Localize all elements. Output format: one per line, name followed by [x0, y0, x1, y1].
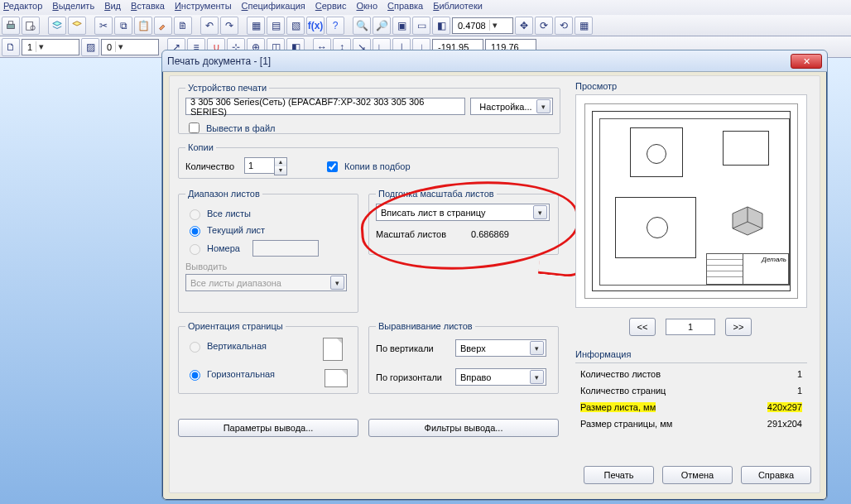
output-to-file-input[interactable] [189, 122, 200, 133]
preview-icon[interactable] [22, 17, 40, 35]
menu-editor[interactable]: Редактор [3, 1, 42, 14]
range-numbers-radio[interactable]: Номера [185, 240, 351, 257]
menu-service[interactable]: Сервис [315, 1, 347, 14]
qty-input[interactable] [244, 157, 274, 174]
grid-icon[interactable]: ▦ [575, 17, 593, 35]
move-icon[interactable]: ✥ [515, 17, 533, 35]
fit-select[interactable]: Вписать лист в страницу ▾ [376, 204, 550, 221]
menu-help[interactable]: Справка [387, 1, 423, 14]
collate-checkbox[interactable]: Копии в подбор [324, 159, 411, 175]
help-icon[interactable]: ? [326, 17, 344, 35]
fit-value: Вписать лист в страницу [381, 208, 533, 218]
info-v2: 420x297 [767, 402, 802, 412]
refresh-icon[interactable]: ⟲ [555, 17, 573, 35]
zoom-sel-icon[interactable]: ▭ [412, 17, 430, 35]
chevron-down-icon[interactable]: ▾ [530, 370, 544, 384]
new-icon[interactable]: 🗋 [2, 38, 20, 56]
preview-page: Деталь [584, 103, 798, 299]
printer-select[interactable]: 3 305 306 Series(Сеть) (EPACABF7:XP-302 … [185, 98, 465, 115]
next-label: >> [733, 322, 744, 332]
align-group: Выравнивание листов По вертикали Вверх ▾… [368, 321, 559, 394]
page-input[interactable] [666, 319, 715, 335]
range-all-label: Все листы [207, 209, 251, 218]
menubar[interactable]: Редактор Выделить Вид Вставка Инструмент… [0, 0, 851, 15]
val2-input[interactable]: 0▾ [101, 39, 159, 55]
help-button[interactable]: Справка [741, 466, 811, 484]
copy-icon[interactable]: ⧉ [114, 17, 132, 35]
rotate-icon[interactable]: ⟳ [535, 17, 553, 35]
close-button[interactable]: ✕ [791, 54, 822, 69]
zoom-out-icon[interactable]: 🔎 [373, 17, 391, 35]
info-row-sheets: Количество листов1 [575, 366, 807, 382]
fx-icon[interactable]: f(x) [306, 17, 325, 35]
chevron-down-icon[interactable]: ▾ [115, 41, 123, 52]
device-group: Устройство печати 3 305 306 Series(Сеть)… [178, 83, 560, 134]
dialog-titlebar[interactable]: Печать документа - [1] [162, 50, 827, 72]
paste-icon[interactable]: 📋 [134, 17, 152, 35]
layers2-icon[interactable] [68, 17, 86, 35]
brush-icon[interactable] [154, 17, 172, 35]
stack1-icon[interactable]: ▦ [247, 17, 265, 35]
chevron-down-icon[interactable]: ▾ [36, 41, 44, 52]
scale-label: Масштаб листов [376, 229, 446, 239]
chevron-down-icon[interactable]: ▾ [489, 20, 498, 31]
chevron-down-icon[interactable]: ▾ [530, 341, 544, 355]
range-all-radio[interactable]: Все листы [185, 207, 351, 220]
align-h-select[interactable]: Вправо ▾ [455, 368, 546, 386]
copies-group: Копии Количество ▲▼ Копии в подбор [178, 142, 559, 179]
info-v0: 1 [797, 369, 802, 379]
print-button[interactable]: Печать [584, 466, 654, 484]
align-h-label: По горизонтали [376, 372, 445, 382]
dialog-title: Печать документа - [1] [167, 55, 822, 67]
range-current-label: Текущий лист [207, 225, 265, 235]
menu-tools[interactable]: Инструменты [175, 1, 232, 14]
range-legend: Диапазон листов [185, 189, 262, 199]
stack3-icon[interactable]: ▧ [286, 17, 305, 35]
menu-view[interactable]: Вид [104, 1, 121, 14]
val2-value: 0 [107, 42, 112, 52]
printer-value: 3 305 306 Series(Сеть) (EPACABF7:XP-302 … [190, 97, 463, 117]
print-icon[interactable] [2, 17, 20, 35]
cut-icon[interactable]: ✂ [94, 17, 113, 35]
hatch-icon[interactable]: ▨ [81, 38, 99, 56]
cancel-button[interactable]: Отмена [662, 466, 733, 484]
menu-spec[interactable]: Спецификация [242, 1, 305, 14]
output-to-file-label: Вывести в файл [206, 123, 275, 133]
menu-window[interactable]: Окно [356, 1, 377, 14]
chevron-down-icon[interactable]: ▾ [536, 99, 551, 113]
layer-input[interactable]: 1▾ [22, 39, 79, 55]
layers-icon[interactable] [48, 17, 66, 35]
output-params-button[interactable]: Параметры вывода... [178, 419, 358, 437]
range-current-radio[interactable]: Текущий лист [185, 223, 351, 237]
chevron-down-icon[interactable]: ▾ [533, 205, 547, 219]
menu-insert[interactable]: Вставка [131, 1, 165, 14]
redo-icon[interactable]: ↷ [220, 17, 238, 35]
align-v-select[interactable]: Вверх ▾ [455, 339, 546, 357]
prev-page-button[interactable]: << [629, 318, 656, 336]
zoom-in-icon[interactable]: 🔍 [353, 17, 371, 35]
drawing-title: Деталь [762, 256, 786, 263]
next-page-button[interactable]: >> [725, 318, 752, 336]
printer-config-button[interactable]: Настройка... ▾ [470, 98, 553, 115]
output-filters-button[interactable]: Фильтры вывода... [368, 419, 559, 437]
zoom-fit-icon[interactable]: ▣ [392, 17, 411, 35]
align-v-value: Вверх [460, 343, 530, 353]
undo-icon[interactable]: ↶ [200, 17, 219, 35]
output-to-file-checkbox[interactable]: Вывести в файл [185, 120, 553, 136]
spin-up-icon[interactable]: ▲ [275, 158, 286, 166]
svg-rect-0 [7, 24, 15, 28]
collate-input[interactable] [327, 161, 338, 172]
menu-libs[interactable]: Библиотеки [433, 1, 483, 14]
qty-spinner[interactable]: ▲▼ [244, 157, 289, 175]
zoom-all-icon[interactable]: ◧ [432, 17, 450, 35]
stack2-icon[interactable]: ▤ [267, 17, 285, 35]
spin-down-icon[interactable]: ▼ [275, 166, 286, 175]
orient-vert-label: Вертикальная [207, 341, 267, 351]
props-icon[interactable]: 🗎 [174, 17, 192, 35]
info-panel: Количество листов1 Количество страниц1 Р… [575, 366, 807, 432]
menu-select[interactable]: Выделить [52, 1, 94, 14]
range-group: Диапазон листов Все листы Текущий лист Н… [178, 189, 358, 313]
zoom-input[interactable]: 0.4708▾ [452, 17, 513, 34]
info-k0: Количество листов [580, 369, 661, 379]
close-icon: ✕ [803, 56, 810, 67]
